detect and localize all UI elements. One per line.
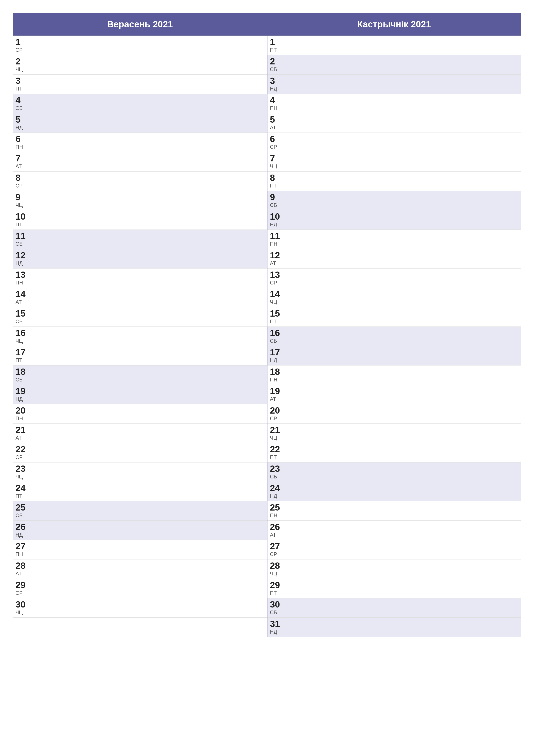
- day-number: 14: [270, 290, 280, 299]
- day-content: [32, 365, 267, 385]
- day-number-block: 27 СР: [267, 540, 287, 559]
- day-content: [32, 133, 267, 152]
- day-number: 9: [270, 193, 275, 202]
- day-name: ПН: [270, 512, 278, 519]
- day-row: 6 ПН: [13, 133, 267, 152]
- day-number-block: 5 НД: [13, 113, 32, 133]
- day-number: 14: [15, 290, 26, 299]
- day-number-block: 20 СР: [267, 404, 287, 423]
- day-row: 16 ЧЦ: [13, 327, 267, 346]
- day-row: 13 СР: [267, 269, 521, 288]
- day-number-block: 18 ПН: [267, 365, 287, 385]
- day-number: 19: [270, 387, 280, 396]
- day-number: 26: [270, 523, 280, 531]
- day-number: 7: [15, 154, 20, 163]
- day-row: 18 ПН: [267, 365, 521, 385]
- day-number: 8: [15, 173, 20, 182]
- day-number: 27: [15, 542, 26, 551]
- day-number: 15: [15, 309, 26, 318]
- day-number: 5: [15, 115, 20, 124]
- day-content: [287, 191, 521, 210]
- day-row: 15 ПТ: [267, 307, 521, 327]
- day-content: [32, 482, 267, 501]
- day-number: 26: [15, 523, 26, 531]
- day-content: [287, 55, 521, 74]
- day-number-block: 11 ПН: [267, 230, 287, 249]
- day-number: 31: [270, 619, 280, 629]
- day-number-block: 18 СБ: [13, 365, 32, 385]
- day-number: 6: [15, 134, 20, 144]
- day-number: 23: [15, 464, 26, 473]
- day-content: [287, 579, 521, 598]
- day-name: ПТ: [270, 183, 277, 189]
- day-content: [287, 346, 521, 365]
- day-number: 10: [270, 212, 280, 221]
- day-number-block: 14 АТ: [13, 288, 32, 307]
- day-number-block: 23 СБ: [267, 463, 287, 482]
- day-number-block: 28 ЧЦ: [267, 559, 287, 579]
- day-name: СР: [270, 280, 277, 286]
- day-row: 12 НД: [13, 249, 267, 269]
- day-number-block: 21 ЧЦ: [267, 424, 287, 443]
- day-name: АТ: [270, 532, 276, 538]
- day-name: ЧЦ: [270, 299, 277, 305]
- day-row: 11 СБ: [13, 230, 267, 249]
- day-content: [32, 404, 267, 423]
- day-number: 21: [15, 425, 26, 434]
- day-name: ЧЦ: [15, 474, 23, 480]
- day-row: 21 ЧЦ: [267, 424, 521, 443]
- day-content: [32, 424, 267, 443]
- day-number: 4: [15, 96, 20, 105]
- day-name: НД: [270, 493, 277, 499]
- day-row: 2 ЧЦ: [13, 55, 267, 74]
- day-row: 16 СБ: [267, 327, 521, 346]
- day-row: 5 НД: [13, 113, 267, 133]
- day-row: 25 СБ: [13, 501, 267, 521]
- day-name: ПН: [15, 144, 23, 150]
- day-content: [32, 579, 267, 598]
- day-name: АТ: [15, 163, 22, 170]
- day-number: 1: [15, 38, 20, 46]
- day-content: [287, 74, 521, 94]
- day-number-block: 29 ПТ: [267, 579, 287, 598]
- day-content: [32, 113, 267, 133]
- day-name: АТ: [270, 260, 276, 267]
- day-number: 18: [15, 367, 26, 376]
- month1-title: Верасень 2021: [107, 19, 173, 29]
- day-name: ПТ: [15, 357, 22, 364]
- day-name: ПН: [15, 280, 23, 286]
- day-number: 3: [15, 76, 20, 85]
- day-content: [287, 521, 521, 540]
- day-number: 13: [15, 270, 26, 279]
- day-content: [32, 172, 267, 191]
- day-number: 29: [15, 580, 26, 590]
- day-number: 2: [270, 57, 275, 66]
- day-number: 22: [270, 445, 280, 454]
- day-name: ПТ: [270, 590, 277, 596]
- day-number-block: 14 ЧЦ: [267, 288, 287, 307]
- day-number-block: 25 СБ: [13, 501, 32, 521]
- day-number-block: 15 СР: [13, 307, 32, 327]
- day-row: 28 ЧЦ: [267, 559, 521, 579]
- day-row: 24 ПТ: [13, 482, 267, 501]
- day-name: ЧЦ: [270, 435, 277, 441]
- day-row: 6 СР: [267, 133, 521, 152]
- day-number-block: 20 ПН: [13, 404, 32, 423]
- day-name: ПТ: [15, 493, 22, 499]
- day-number: 29: [270, 580, 280, 590]
- day-content: [32, 598, 267, 617]
- day-content: [287, 559, 521, 579]
- day-row: 20 СР: [267, 404, 521, 424]
- day-number: 13: [270, 270, 280, 279]
- day-number-block: 19 АТ: [267, 385, 287, 404]
- day-content: [32, 210, 267, 230]
- day-number: 16: [270, 328, 280, 338]
- day-number: 30: [270, 600, 280, 609]
- day-number-block: 17 НД: [267, 346, 287, 365]
- day-number: 16: [15, 328, 26, 338]
- day-row: 14 АТ: [13, 288, 267, 307]
- day-name: ЧЦ: [15, 202, 23, 208]
- day-content: [32, 346, 267, 365]
- day-number-block: 31 НД: [267, 618, 287, 637]
- day-name: АТ: [15, 435, 22, 441]
